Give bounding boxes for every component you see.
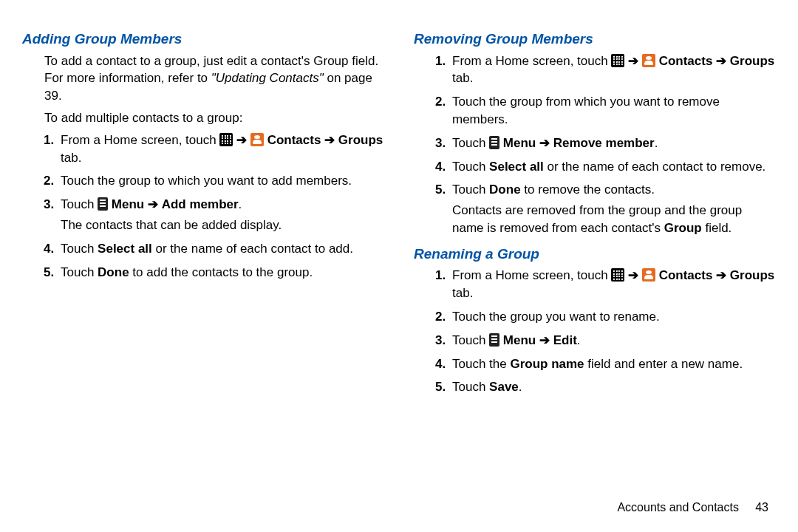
step-2: Touch the group to which you want to add… [58, 172, 384, 190]
step-text: Touch [452, 183, 489, 197]
step-1: From a Home screen, touch ➔ Contacts ➔ G… [449, 52, 776, 88]
arrow-icon: ➔ [148, 197, 158, 211]
arrow-icon: ➔ [716, 268, 726, 282]
intro-paragraph: To add a contact to a group, just edit a… [44, 52, 384, 105]
step-2: Touch the group you want to rename. [449, 308, 776, 326]
steps-list-renaming: From a Home screen, touch ➔ Contacts ➔ G… [429, 267, 776, 396]
footer-section-label: Accounts and Contacts [617, 501, 739, 514]
step-text: From a Home screen, touch [61, 133, 219, 147]
groups-label: Groups [338, 133, 383, 147]
step-3: Touch Menu ➔ Edit. [449, 332, 776, 349]
note-text: field. [702, 221, 732, 235]
tab-text: tab. [452, 286, 473, 300]
contacts-label: Contacts [659, 268, 713, 282]
edit-label: Edit [553, 333, 577, 347]
step-4: Touch Select all or the name of each con… [449, 158, 776, 176]
step-2: Touch the group from which you want to r… [449, 93, 776, 129]
step-text: or the name of each contact to remove. [544, 160, 766, 174]
remove-member-label: Remove member [553, 136, 655, 150]
arrow-icon: ➔ [539, 136, 550, 150]
done-label: Done [489, 183, 521, 197]
step-3: Touch Menu ➔ Remove member. [449, 134, 776, 152]
step-text: From a Home screen, touch [452, 268, 611, 282]
apps-icon [219, 133, 233, 146]
apps-icon [611, 268, 624, 282]
step-5: Touch Done to add the contacts to the gr… [58, 264, 384, 282]
menu-label: Menu [503, 136, 536, 150]
step-5: Touch Save. [449, 378, 776, 396]
step-text: Touch [61, 265, 98, 279]
step-text: From a Home screen, touch [452, 54, 611, 68]
step-text: Touch the [452, 357, 510, 371]
reference-link: "Updating Contacts" [211, 71, 324, 85]
left-column: Adding Group Members To add a contact to… [22, 30, 384, 403]
done-label: Done [98, 265, 129, 279]
step-text: Touch [61, 242, 98, 256]
step-text: to remove the contacts. [521, 183, 655, 197]
step-4: Touch the Group name field and enter a n… [449, 355, 776, 373]
step-text: Touch [452, 160, 489, 174]
menu-icon [98, 197, 108, 211]
save-label: Save [489, 380, 519, 394]
step-text: . [519, 380, 522, 394]
group-field-label: Group [664, 221, 702, 235]
step-text: Touch [452, 333, 489, 347]
menu-label: Menu [503, 333, 536, 347]
contacts-icon [642, 54, 655, 67]
step-text: Touch [452, 136, 489, 150]
step-text: to add the contacts to the group. [129, 265, 313, 279]
arrow-icon: ➔ [716, 54, 726, 68]
add-member-label: Add member [162, 197, 239, 211]
arrow-icon: ➔ [628, 54, 638, 68]
arrow-icon: ➔ [628, 268, 638, 282]
contacts-icon [250, 133, 264, 146]
section-title-removing: Removing Group Members [414, 30, 776, 50]
groups-label: Groups [730, 268, 774, 282]
steps-list-adding: From a Home screen, touch ➔ Contacts ➔ G… [37, 132, 384, 282]
group-name-label: Group name [510, 357, 584, 371]
menu-icon [489, 136, 499, 149]
arrow-icon: ➔ [324, 133, 335, 147]
arrow-icon: ➔ [539, 333, 550, 347]
contacts-icon [642, 268, 655, 282]
steps-list-removing: From a Home screen, touch ➔ Contacts ➔ G… [429, 52, 776, 237]
step-3: Touch Menu ➔ Add member. The contacts th… [58, 196, 384, 234]
step-1: From a Home screen, touch ➔ Contacts ➔ G… [58, 132, 384, 167]
select-all-label: Select all [98, 242, 152, 256]
step-text: field and enter a new name. [584, 357, 743, 371]
section-title-adding: Adding Group Members [22, 30, 384, 50]
apps-icon [611, 54, 624, 67]
step-5: Touch Done to remove the contacts. Conta… [449, 181, 776, 236]
page-footer: Accounts and Contacts 43 [617, 499, 768, 516]
menu-label: Menu [112, 197, 144, 211]
step-1: From a Home screen, touch ➔ Contacts ➔ G… [449, 267, 776, 302]
result-note: Contacts are removed from the group and … [452, 202, 776, 237]
step-text: Touch [61, 197, 98, 211]
step-4: Touch Select all or the name of each con… [58, 240, 384, 258]
section-title-renaming: Renaming a Group [414, 245, 776, 265]
tab-text: tab. [452, 71, 473, 85]
right-column: Removing Group Members From a Home scree… [414, 30, 776, 403]
menu-icon [489, 333, 499, 347]
select-all-label: Select all [489, 160, 544, 174]
contacts-label: Contacts [659, 54, 713, 68]
tab-text: tab. [61, 151, 81, 165]
intro-subhead: To add multiple contacts to a group: [44, 109, 384, 127]
groups-label: Groups [730, 54, 774, 68]
page-number: 43 [755, 501, 768, 514]
step-text: Touch [452, 380, 489, 394]
arrow-icon: ➔ [236, 133, 247, 147]
step-text: or the name of each contact to add. [152, 242, 353, 256]
step-subtext: The contacts that can be added display. [61, 216, 384, 234]
contacts-label: Contacts [267, 133, 321, 147]
